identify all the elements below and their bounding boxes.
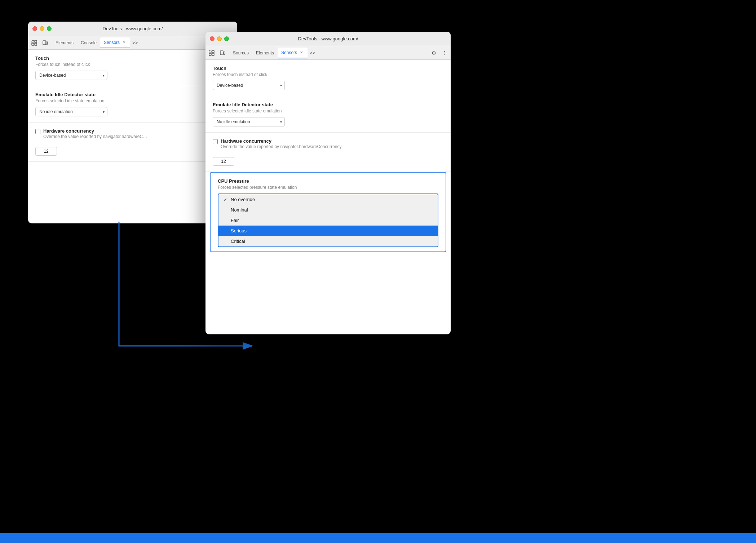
tab-more-1[interactable]: >> [130,40,140,45]
hardware-title-1: Hardware concurrency [43,128,147,134]
settings-icon-2[interactable]: ⚙ [429,48,438,58]
hardware-checkbox-row-1: Hardware concurrency Override the value … [35,128,230,143]
traffic-lights-2 [210,36,229,41]
hardware-text-1: Hardware concurrency Override the value … [43,128,147,143]
cpu-option-no-override[interactable]: ✓ No override [218,194,438,205]
content-2: Touch Forces touch instead of click Devi… [205,60,451,252]
maximize-button-2[interactable] [224,36,229,41]
hardware-input-2[interactable] [213,157,234,166]
svg-rect-12 [224,52,225,54]
window-title-1: DevTools - www.google.com/ [32,26,233,31]
hardware-text-2: Hardware concurrency Override the value … [221,138,342,153]
touch-title-2: Touch [213,66,443,71]
device-icon-2[interactable] [218,48,227,58]
more-menu-icon-2[interactable]: ⋮ [440,48,449,58]
svg-rect-1 [35,40,37,43]
tab-more-2[interactable]: >> [308,50,317,55]
touch-title-1: Touch [35,55,230,61]
idle-select-wrapper-2: No idle emulation ▾ [213,117,285,126]
svg-rect-7 [209,50,211,53]
svg-rect-0 [32,40,34,43]
idle-select-2[interactable]: No idle emulation [213,117,285,126]
cpu-pressure-section: CPU Pressure Forces selected pressure st… [211,173,446,252]
touch-select-wrapper-1: Device-based Force enabled Force disable… [35,71,107,80]
touch-desc-2: Forces touch instead of click [213,72,443,77]
hardware-desc-1: Override the value reported by navigator… [43,134,147,139]
idle-select-wrapper-1: No idle emulation ▾ [35,107,107,116]
tab-console-1[interactable]: Console [77,37,100,48]
minimize-button-2[interactable] [217,36,222,41]
tab-elements-1[interactable]: Elements [52,37,77,48]
tab-bar-icons-2 [207,48,227,58]
tab-close-sensors-1[interactable]: ✕ [121,40,127,45]
svg-rect-3 [35,43,37,45]
hardware-title-2: Hardware concurrency [221,138,342,144]
svg-rect-5 [46,42,48,44]
bottom-bar [0,533,756,543]
title-bar-2: DevTools - www.google.com/ [205,32,451,46]
check-icon-no-override: ✓ [224,197,229,202]
hardware-section-2: Hardware concurrency Override the value … [205,133,451,172]
tab-bar-icons-1 [30,38,50,48]
touch-section-2: Touch Forces touch instead of click Devi… [205,60,451,96]
svg-rect-4 [43,41,46,45]
idle-select-1[interactable]: No idle emulation [35,107,107,116]
close-button-2[interactable] [210,36,215,41]
hardware-checkbox-row-2: Hardware concurrency Override the value … [213,138,443,153]
svg-rect-8 [212,50,214,53]
cpu-pressure-highlighted: CPU Pressure Forces selected pressure st… [210,172,446,252]
cpu-option-critical[interactable]: Critical [218,236,438,246]
close-button-1[interactable] [32,26,37,31]
minimize-button-1[interactable] [40,26,44,31]
tab-sources-2[interactable]: Sources [229,48,252,58]
window-title-2: DevTools - www.google.com/ [210,36,446,41]
idle-desc-1: Forces selected idle state emulation [35,98,230,103]
hardware-checkbox-2[interactable] [213,139,218,144]
touch-desc-1: Forces touch instead of click [35,62,230,67]
devtools-window-2: DevTools - www.google.com/ Sources [205,32,451,334]
device-icon-1[interactable] [40,38,50,48]
maximize-button-1[interactable] [47,26,52,31]
inspect-icon-2[interactable] [207,48,216,58]
svg-rect-9 [209,53,211,55]
tab-close-sensors-2[interactable]: ✕ [299,50,304,55]
svg-rect-10 [212,53,214,55]
touch-select-2[interactable]: Device-based Force enabled Force disable… [213,81,285,90]
hardware-input-1[interactable] [35,147,57,156]
idle-desc-2: Forces selected idle state emulation [213,108,443,114]
cpu-option-serious[interactable]: Serious [218,226,438,236]
idle-title-2: Emulate Idle Detector state [213,102,443,107]
tab-sensors-1[interactable]: Sensors ✕ [100,37,130,48]
inspect-icon-1[interactable] [30,38,39,48]
cpu-option-fair[interactable]: Fair [218,215,438,226]
cpu-desc: Forces selected pressure state emulation [218,185,438,190]
touch-select-1[interactable]: Device-based Force enabled Force disable… [35,71,107,80]
hardware-desc-2: Override the value reported by navigator… [221,144,342,149]
traffic-lights-1 [32,26,52,31]
idle-section-2: Emulate Idle Detector state Forces selec… [205,96,451,133]
hardware-checkbox-1[interactable] [35,129,40,134]
svg-rect-2 [32,43,34,45]
tab-elements-2[interactable]: Elements [252,48,278,58]
tab-sensors-2[interactable]: Sensors ✕ [278,48,308,58]
tab-bar-2: Sources Elements Sensors ✕ >> ⚙ ⋮ [205,46,451,60]
cpu-dropdown-menu: ✓ No override Nominal Fair Serious [218,193,438,247]
touch-select-wrapper-2: Device-based Force enabled Force disable… [213,81,285,90]
cpu-title: CPU Pressure [218,178,438,184]
cpu-option-nominal[interactable]: Nominal [218,205,438,215]
svg-rect-11 [220,51,223,55]
tab-bar-right-2: ⚙ ⋮ [429,48,449,58]
idle-title-1: Emulate Idle Detector state [35,92,230,97]
